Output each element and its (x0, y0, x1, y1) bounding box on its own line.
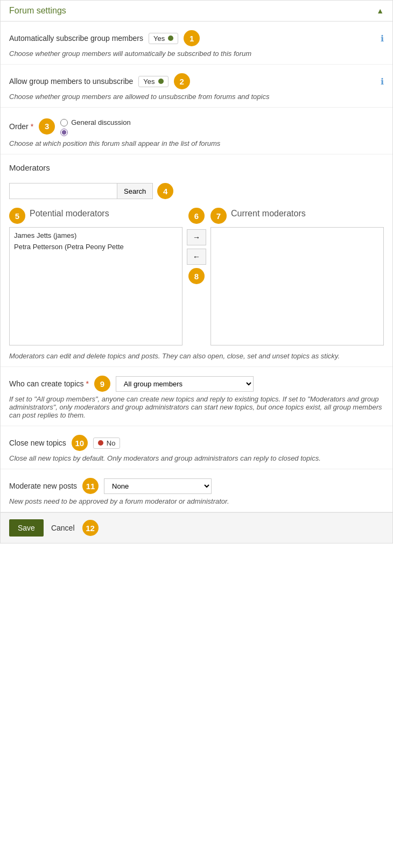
moderate-new-posts-row: Moderate new posts 11 None All posts Fir… (1, 469, 392, 512)
potential-moderators-column: 5 Potential moderators James Jetts (jame… (9, 208, 183, 345)
order-required: * (31, 122, 33, 131)
moderators-section: Moderators Search 4 5 Potential moderato… (1, 154, 392, 367)
toggle-dot-red (98, 440, 103, 446)
badge-9: 9 (94, 376, 110, 392)
badge-1: 1 (184, 30, 200, 46)
order-option-1-label: General discussion (71, 118, 131, 126)
moderators-note: Moderators can edit and delete topics an… (9, 352, 384, 360)
current-title-row: 7 Current moderators (210, 208, 384, 224)
close-new-topics-toggle[interactable]: No (93, 437, 121, 449)
move-right-button[interactable]: → (187, 229, 206, 245)
search-row: Search 4 (9, 183, 384, 199)
potential-moderators-title: Potential moderators (30, 209, 109, 218)
who-can-create-row: Who can create topics * 9 All group memb… (1, 367, 392, 426)
who-can-create-desc: If set to "All group members", anyone ca… (9, 395, 384, 419)
list-item[interactable]: James Jetts (james) (12, 230, 180, 241)
info-icon-1[interactable]: ℹ (381, 33, 384, 44)
arrow-buttons-column: 6 → ← 8 (183, 208, 210, 284)
order-desc: Choose at which position this forum shal… (9, 139, 384, 147)
close-new-topics-value: No (107, 439, 116, 447)
toggle-dot-green (168, 36, 173, 41)
moderators-title: Moderators (9, 163, 50, 172)
close-new-topics-desc: Close all new topics by default. Only mo… (9, 454, 384, 462)
auto-subscribe-main: Automatically subscribe group members Ye… (9, 30, 384, 46)
panel-header: Forum settings ▲ (1, 1, 392, 22)
order-options: General discussion (60, 118, 131, 136)
badge-4: 4 (157, 183, 173, 199)
moderators-lists: 5 Potential moderators James Jetts (jame… (9, 208, 384, 345)
order-radio-1[interactable] (60, 119, 68, 126)
who-can-create-label: Who can create topics * (9, 379, 89, 388)
chevron-up-icon: ▲ (376, 6, 384, 15)
order-radio-2[interactable] (60, 129, 68, 136)
cancel-button[interactable]: Cancel (49, 519, 77, 537)
moderate-new-posts-select[interactable]: None All posts First post (104, 478, 212, 494)
badge-5: 5 (9, 208, 25, 224)
auto-subscribe-value: Yes (153, 34, 165, 43)
allow-unsubscribe-row: Allow group members to unsubscribe Yes 2… (1, 65, 392, 108)
close-new-topics-label: Close new topics (9, 439, 66, 447)
badge-2: 2 (174, 73, 190, 89)
info-icon-2[interactable]: ℹ (381, 76, 384, 87)
auto-subscribe-desc: Choose whether group members will automa… (9, 50, 384, 58)
allow-unsubscribe-toggle[interactable]: Yes (138, 76, 168, 87)
page-wrapper: Forum settings ▲ Automatically subscribe… (0, 0, 393, 544)
auto-subscribe-row: Automatically subscribe group members Ye… (1, 22, 392, 65)
who-can-create-main: Who can create topics * 9 All group memb… (9, 376, 384, 392)
current-moderators-list[interactable] (210, 227, 384, 345)
potential-moderators-list[interactable]: James Jetts (james) Petra Petterson (Pet… (9, 227, 183, 345)
badge-7: 7 (210, 208, 227, 224)
panel-body: Automatically subscribe group members Ye… (1, 22, 392, 543)
allow-unsubscribe-value: Yes (143, 77, 155, 86)
current-moderators-column: 7 Current moderators (210, 208, 384, 345)
list-item[interactable]: Petra Petterson (Petra Peony Pette (12, 241, 180, 252)
badge-3: 3 (39, 118, 55, 135)
search-button[interactable]: Search (117, 183, 153, 199)
who-can-create-select[interactable]: All group members Moderators and group a… (116, 376, 254, 392)
order-row: Order * 3 General discussion Choose at w… (1, 108, 392, 154)
order-option-1: General discussion (60, 118, 131, 126)
moderate-new-posts-desc: New posts need to be approved by a forum… (9, 497, 384, 505)
move-left-button[interactable]: ← (187, 249, 206, 265)
order-main: Order * 3 General discussion (9, 116, 384, 136)
order-label: Order * (9, 122, 33, 131)
close-new-topics-row: Close new topics 10 No Close all new top… (1, 426, 392, 469)
moderate-new-posts-label: Moderate new posts (9, 482, 77, 490)
toggle-dot-green-2 (158, 79, 164, 84)
moderate-new-posts-main: Moderate new posts 11 None All posts Fir… (9, 478, 384, 494)
who-can-create-required: * (86, 379, 88, 388)
auto-subscribe-label: Automatically subscribe group members (9, 34, 143, 43)
auto-subscribe-toggle[interactable]: Yes (149, 33, 178, 44)
allow-unsubscribe-main: Allow group members to unsubscribe Yes 2… (9, 73, 384, 89)
forum-settings-panel: Forum settings ▲ Automatically subscribe… (0, 0, 393, 544)
badge-6: 6 (188, 208, 205, 224)
current-moderators-title: Current moderators (231, 209, 306, 218)
allow-unsubscribe-label: Allow group members to unsubscribe (9, 77, 133, 86)
search-input[interactable] (9, 183, 117, 199)
close-new-topics-main: Close new topics 10 No (9, 435, 384, 451)
badge-12: 12 (82, 520, 99, 536)
allow-unsubscribe-desc: Choose whether group members are allowed… (9, 93, 384, 101)
badge-8: 8 (188, 268, 205, 284)
order-option-2 (60, 129, 131, 136)
bottom-actions: Save Cancel 12 (1, 512, 392, 543)
badge-11: 11 (82, 478, 99, 494)
badge-10: 10 (72, 435, 88, 451)
panel-title: Forum settings (9, 6, 66, 16)
moderators-header: Moderators (9, 163, 384, 178)
save-button[interactable]: Save (9, 519, 44, 537)
potential-title-row: 5 Potential moderators (9, 208, 183, 224)
